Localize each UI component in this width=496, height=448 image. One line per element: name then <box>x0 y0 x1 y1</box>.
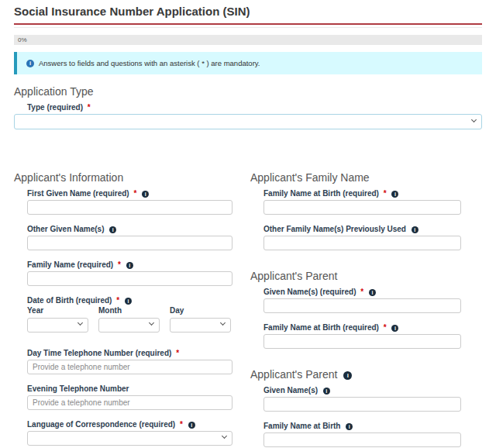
application-type-heading: Application Type <box>14 86 482 98</box>
info-icon[interactable]: i <box>125 298 132 305</box>
dob-year-label: Year <box>27 306 88 315</box>
date-of-birth-field: Date of Birth (required) * i Year Month <box>27 296 232 333</box>
parent2-given-names-label: Given Name(s) i <box>264 386 461 395</box>
first-given-name-label: First Given Name (required) * i <box>27 189 232 198</box>
language-label: Language of Correspondence (required) * … <box>27 420 232 429</box>
sin-application-form: Social Insurance Number Application (SIN… <box>0 0 496 448</box>
info-icon[interactable]: i <box>346 423 353 430</box>
section-application-type: Application Type Type (required) * <box>14 86 482 129</box>
info-icon[interactable]: i <box>412 226 418 233</box>
form-columns: Applicant's Information First Given Name… <box>14 172 482 448</box>
parent1-family-name-at-birth-field: Family Name at Birth (required) * i <box>264 323 461 349</box>
parent1-family-name-at-birth-input[interactable] <box>264 334 461 349</box>
date-of-birth-label: Date of Birth (required) * i <box>27 296 232 305</box>
info-icon[interactable]: i <box>142 191 149 198</box>
required-asterisk: * <box>384 323 387 332</box>
language-field: Language of Correspondence (required) * … <box>27 420 232 446</box>
applicant-family-name-heading: Applicant's Family Name <box>250 172 461 184</box>
parent2-family-name-at-birth-field: Family Name at Birth i <box>264 422 461 447</box>
daytime-phone-field: Day Time Telephone Number (required) * <box>27 349 232 374</box>
other-given-names-field: Other Given Name(s) i <box>27 225 232 250</box>
notice-text: Answers to fields and questions with an … <box>39 59 260 67</box>
info-icon[interactable]: i <box>343 371 352 380</box>
parent1-given-names-label: Given Name(s) (required) * i <box>264 288 461 296</box>
other-family-names-input[interactable] <box>264 236 461 250</box>
required-asterisk: * <box>360 288 363 296</box>
mandatory-fields-notice: i Answers to fields and questions with a… <box>14 52 482 74</box>
column-applicant-information: Applicant's Information First Given Name… <box>14 172 232 448</box>
required-asterisk: * <box>116 296 119 305</box>
parent2-family-name-at-birth-label: Family Name at Birth i <box>264 422 461 430</box>
other-given-names-input[interactable] <box>27 236 232 250</box>
info-icon[interactable]: i <box>391 325 398 332</box>
family-name-at-birth-field: Family Name at Birth (required) * i <box>264 189 461 215</box>
type-label: Type (required) * <box>27 103 482 112</box>
required-asterisk: * <box>88 103 91 112</box>
other-family-names-field: Other Family Name(s) Previously Used i <box>264 225 461 250</box>
dob-month-select[interactable] <box>98 318 160 333</box>
family-name-label: Family Name (required) * i <box>27 260 232 269</box>
dob-day-label: Day <box>170 306 231 315</box>
language-select[interactable] <box>27 431 232 446</box>
info-icon[interactable]: i <box>109 226 116 233</box>
column-family-and-parents: Applicant's Family Name Family Name at B… <box>250 172 461 448</box>
divider <box>14 27 482 28</box>
info-icon[interactable]: i <box>369 289 376 296</box>
info-icon[interactable]: i <box>391 191 398 198</box>
daytime-phone-input[interactable] <box>27 360 232 374</box>
parent1-family-name-at-birth-label: Family Name at Birth (required) * i <box>264 323 461 332</box>
page-title: Social Insurance Number Application (SIN… <box>14 5 482 25</box>
first-given-name-input[interactable] <box>27 200 232 215</box>
evening-phone-field: Evening Telephone Number <box>27 384 232 410</box>
dob-month: Month <box>98 306 160 333</box>
dob-day-select[interactable] <box>170 318 231 333</box>
daytime-phone-label: Day Time Telephone Number (required) * <box>27 349 232 357</box>
required-asterisk: * <box>133 189 136 198</box>
family-name-input[interactable] <box>27 271 232 286</box>
dob-day: Day <box>170 306 231 333</box>
applicant-parent1-heading: Applicant's Parent <box>250 271 461 282</box>
parent2-family-name-at-birth-input[interactable] <box>264 432 461 447</box>
family-name-at-birth-input[interactable] <box>264 200 461 215</box>
progress-bar: 0% <box>14 35 482 45</box>
info-icon[interactable]: i <box>126 262 133 269</box>
required-asterisk: * <box>176 349 179 357</box>
first-given-name-field: First Given Name (required) * i <box>27 189 232 215</box>
applicant-information-heading: Applicant's Information <box>14 172 232 184</box>
parent1-given-names-input[interactable] <box>264 298 461 313</box>
evening-phone-label: Evening Telephone Number <box>27 384 232 393</box>
applicant-parent2-heading: Applicant's Parent i <box>250 369 461 381</box>
evening-phone-input[interactable] <box>27 395 232 410</box>
parent2-given-names-input[interactable] <box>264 397 461 412</box>
parent2-given-names-field: Given Name(s) i <box>264 386 461 412</box>
family-name-field: Family Name (required) * i <box>27 260 232 286</box>
required-asterisk: * <box>180 420 183 429</box>
required-asterisk: * <box>118 260 121 269</box>
info-icon[interactable]: i <box>188 422 195 429</box>
other-family-names-label: Other Family Name(s) Previously Used i <box>264 225 461 233</box>
dob-year: Year <box>27 306 88 333</box>
parent1-given-names-field: Given Name(s) (required) * i <box>264 288 461 313</box>
family-name-at-birth-label: Family Name at Birth (required) * i <box>264 189 461 198</box>
type-select[interactable] <box>14 114 482 129</box>
required-asterisk: * <box>384 189 387 198</box>
progress-label: 0% <box>18 36 27 43</box>
dob-month-label: Month <box>98 306 160 315</box>
info-icon[interactable]: i <box>323 388 330 395</box>
dob-year-select[interactable] <box>27 318 88 333</box>
info-icon: i <box>26 60 34 67</box>
other-given-names-label: Other Given Name(s) i <box>27 225 232 233</box>
type-field: Type (required) * <box>14 103 482 129</box>
